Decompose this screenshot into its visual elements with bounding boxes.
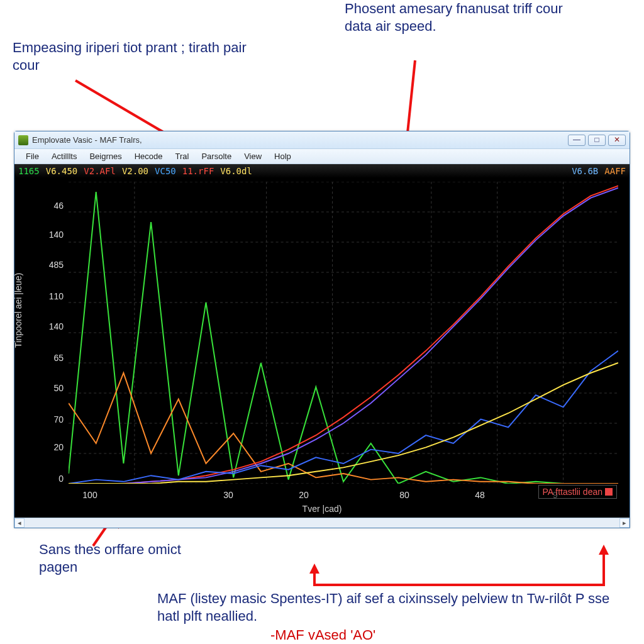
menu-beigrnes[interactable]: Beigrnes: [83, 150, 128, 162]
menu-parsolte[interactable]: Parsolte: [195, 150, 238, 162]
status-v6: V6.0dl: [220, 166, 252, 176]
annotation-bottom-caption: MAF (listey masic Spentes-IT) aif sef a …: [157, 590, 610, 625]
x-axis-label: Tver |cad): [303, 504, 342, 514]
svg-marker-3: [309, 564, 319, 574]
plot-canvas: [69, 182, 618, 484]
status-v2: V2.AFl: [84, 166, 116, 176]
scroll-right-button[interactable]: ▸: [619, 518, 630, 528]
status-strip: 1165 V6.450 V2.AFl V2.00 VC50 11.rFF V6.…: [14, 164, 630, 178]
annotation-bottom-left: Sans thes orffare omict pagen: [39, 541, 203, 575]
annotation-top-left: Empeasing iriperi tiot prant ; tirath pa…: [13, 39, 277, 74]
svg-marker-4: [599, 545, 609, 555]
x-tick: 100: [82, 490, 97, 500]
series-green-spikes: [69, 192, 618, 484]
y-tick: 110: [43, 291, 64, 301]
menu-hecode[interactable]: Hecode: [128, 150, 169, 162]
x-tick: 80: [399, 490, 409, 500]
app-window: Emplovate Vasic - MAF Tralrs, — □ ✕ File…: [14, 131, 630, 528]
y-tick: 65: [43, 353, 64, 363]
annotation-top-right: Phosent amesary fnanusat triff cour data…: [345, 0, 584, 35]
maximize-button[interactable]: □: [588, 135, 606, 146]
app-icon: [18, 135, 28, 145]
y-tick: 70: [43, 414, 64, 425]
menu-actilllts[interactable]: Actilllts: [45, 150, 83, 162]
y-tick: 50: [43, 383, 64, 393]
plot-svg: [69, 182, 618, 484]
menu-view[interactable]: View: [238, 150, 268, 162]
titlebar[interactable]: Emplovate Vasic - MAF Tralrs, — □ ✕: [14, 131, 630, 149]
legend-label: PA fttastlii dean: [543, 487, 602, 497]
menu-tral[interactable]: Tral: [169, 150, 196, 162]
status-r1: AAFF: [604, 166, 626, 176]
y-axis-label: Tinpoorel aei |leue): [13, 273, 23, 348]
legend-swatch-icon: [605, 488, 613, 496]
legend[interactable]: PA fttastlii dean: [538, 485, 617, 499]
menu-holp[interactable]: Holp: [268, 150, 297, 162]
close-button[interactable]: ✕: [608, 135, 626, 146]
scroll-left-button[interactable]: ◂: [14, 518, 25, 528]
y-tick: 140: [43, 230, 64, 240]
window-title: Emplovate Vasic - MAF Tralrs,: [32, 135, 142, 145]
horizontal-scrollbar[interactable]: ◂ ▸: [14, 518, 630, 528]
x-tick: 48: [475, 490, 485, 500]
y-tick: 485: [43, 260, 64, 270]
status-v3: V2.00: [122, 166, 148, 176]
status-v4: VC50: [155, 166, 176, 176]
series-purple-curve: [69, 188, 618, 484]
menu-file[interactable]: File: [19, 150, 45, 162]
status-v1: V6.450: [46, 166, 78, 176]
x-tick: 20: [299, 490, 309, 500]
y-tick: 20: [43, 442, 64, 452]
minimize-button[interactable]: —: [568, 135, 586, 146]
status-r0: V6.6B: [572, 166, 598, 176]
series-red-curve: [69, 186, 618, 484]
status-v5: 11.rFF: [182, 166, 214, 176]
y-tick: 46: [43, 201, 64, 211]
chart-area[interactable]: Tinpoorel aei |leue) Tver |cad) 0 20 70 …: [14, 178, 630, 518]
annotation-bottom-red: -MAF vAsed 'AO': [270, 626, 375, 644]
status-v0: 1165: [18, 166, 40, 176]
y-tick: 140: [43, 321, 64, 331]
y-tick: 0: [43, 474, 64, 484]
x-tick: 30: [223, 490, 233, 500]
menubar: File Actilllts Beigrnes Hecode Tral Pars…: [14, 149, 630, 164]
